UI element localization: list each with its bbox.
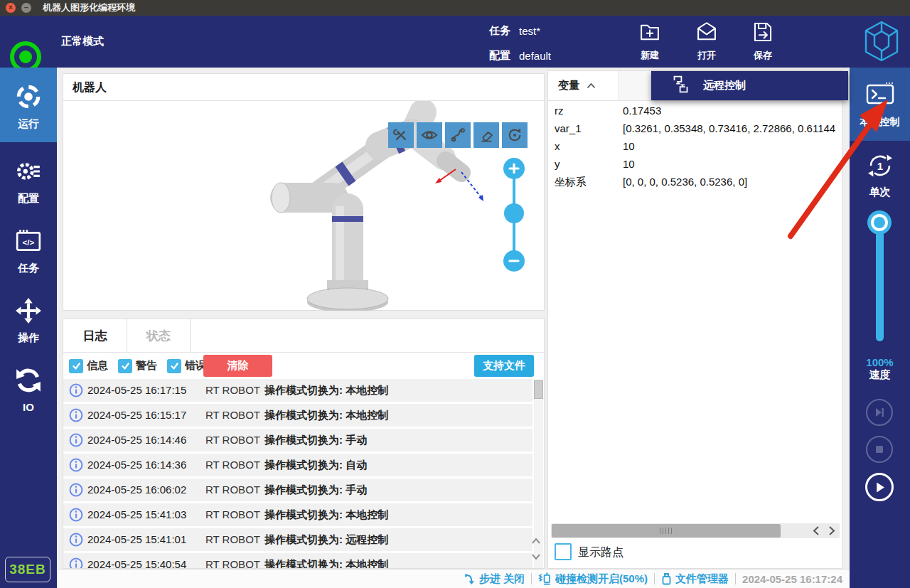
config-label: 配置	[489, 49, 510, 63]
warning-checkbox[interactable]	[118, 359, 132, 373]
log-message: 操作模式切换为: 本地控制	[264, 508, 388, 522]
log-row[interactable]: 2024-05-25 16:06:02 RT ROBOT 操作模式切换为: 手动	[63, 479, 532, 501]
log-row[interactable]: 2024-05-25 15:41:03 RT ROBOT 操作模式切换为: 本地…	[63, 503, 532, 526]
robot-3d-viewport[interactable]	[63, 101, 544, 311]
sidebar-item-jog[interactable]: 操作	[0, 282, 57, 353]
close-icon[interactable]: ×	[6, 3, 16, 13]
path-button[interactable]	[445, 122, 471, 148]
log-row[interactable]: 2024-05-25 15:40:54 RT ROBOT 操作模式切换为: 本地…	[63, 553, 532, 569]
sidebar-item-config[interactable]: 配置	[0, 142, 57, 213]
log-time: 2024-05-25 16:14:46	[87, 434, 186, 446]
view-button[interactable]	[417, 122, 442, 148]
log-time: 2024-05-25 15:40:54	[87, 558, 186, 569]
error-checkbox[interactable]	[167, 359, 181, 373]
variable-name: var_1	[555, 122, 582, 134]
variable-row[interactable]: 坐标系 [0, 0, 0, 0.5236, 0.5236, 0]	[548, 173, 842, 191]
speed-slider-track[interactable]	[876, 219, 884, 341]
skip-icon	[874, 407, 885, 418]
code-window-icon: </>	[15, 212, 42, 257]
warning-filter-label: 警告	[136, 359, 157, 373]
log-row[interactable]: 2024-05-25 16:15:17 RT ROBOT 操作模式切换为: 本地…	[63, 404, 532, 427]
left-sidebar: 运行 配置 </> 任务 操作 IO 38EB	[0, 68, 57, 588]
log-scroll-down-icon[interactable]	[530, 551, 542, 565]
variable-row[interactable]: x 10	[548, 138, 842, 156]
variable-row[interactable]: y 10	[548, 156, 842, 173]
window-titlebar: × − 机器人图形化编程环境	[0, 0, 910, 16]
collision-icon	[538, 572, 552, 585]
app-logo	[860, 18, 903, 67]
log-message: 操作模式切换为: 手动	[264, 434, 367, 447]
single-run-label: 单次	[869, 186, 891, 199]
tab-log[interactable]: 日志	[63, 319, 127, 352]
single-cycle-icon: 1	[866, 151, 894, 183]
log-source: RT ROBOT	[205, 459, 260, 471]
stop-button[interactable]	[866, 436, 893, 463]
log-row[interactable]: 2024-05-25 16:14:36 RT ROBOT 操作模式切换为: 自动	[63, 454, 532, 476]
log-message: 操作模式切换为: 手动	[264, 483, 367, 497]
right-sidebar: 本地控制 1 单次 100% 速度	[850, 68, 910, 588]
log-scrollbar-thumb[interactable]	[534, 380, 543, 399]
erase-button[interactable]	[473, 122, 499, 148]
sidebar-item-label: 操作	[18, 331, 39, 345]
variables-header-tab[interactable]: 变量	[548, 71, 619, 100]
tab-status[interactable]: 状态	[127, 319, 191, 352]
variable-row[interactable]: var_1 [0.3261, 0.35348, 0.73416, 2.72866…	[548, 120, 842, 138]
terminal-monitor-icon	[864, 82, 896, 113]
log-time: 2024-05-25 16:06:02	[87, 483, 186, 496]
clear-log-button[interactable]: 清除	[203, 355, 272, 377]
remote-control-menu-item[interactable]: 远程控制	[651, 71, 848, 100]
info-filter-label: 信息	[87, 359, 108, 373]
local-control-button[interactable]: 本地控制	[850, 68, 910, 141]
eraser-icon	[478, 127, 495, 144]
scroll-left-icon[interactable]	[811, 525, 823, 536]
show-waypoints-checkbox[interactable]	[555, 543, 572, 560]
info-icon	[69, 557, 83, 569]
plus-icon	[508, 163, 520, 174]
wrench-screwdriver-icon	[392, 127, 410, 144]
variable-row[interactable]: rz 0.17453	[548, 102, 842, 120]
log-list: 2024-05-25 16:17:15 RT ROBOT 操作模式切换为: 本地…	[63, 379, 532, 569]
h-scrollbar-thumb[interactable]	[552, 524, 781, 538]
sidebar-item-io[interactable]: IO	[0, 351, 57, 422]
zoom-slider-handle[interactable]	[504, 203, 524, 223]
log-row[interactable]: 2024-05-25 15:41:01 RT ROBOT 操作模式切换为: 远程…	[63, 528, 532, 551]
rotate-view-icon	[506, 127, 523, 144]
play-button[interactable]	[865, 473, 894, 501]
step-forward-button[interactable]	[866, 399, 893, 426]
log-source: RT ROBOT	[205, 483, 260, 496]
zoom-out-button[interactable]	[503, 250, 525, 272]
file-manager-button[interactable]: 文件管理器	[661, 572, 729, 586]
info-checkbox[interactable]	[69, 359, 83, 373]
save-button[interactable]: 保存	[742, 19, 783, 63]
file-manager-label: 文件管理器	[675, 572, 729, 586]
log-scroll-up-icon[interactable]	[530, 535, 542, 550]
minimize-icon[interactable]: −	[21, 3, 31, 13]
variable-name: x	[555, 140, 560, 152]
collision-indicator[interactable]: 碰撞检测开启(50%)	[538, 572, 648, 586]
scroll-right-icon[interactable]	[825, 525, 837, 536]
variable-value: 10	[623, 140, 836, 152]
sidebar-item-label: 配置	[18, 192, 39, 205]
save-icon	[751, 19, 775, 47]
variable-name: y	[555, 158, 560, 170]
step-arrow-icon	[464, 573, 476, 585]
single-run-button[interactable]: 1 单次	[850, 151, 910, 199]
open-button[interactable]: 打开	[686, 19, 727, 63]
log-panel: 日志 状态 信息 警告 错误 清除 支持文件 2024-05-25 16:17:…	[63, 319, 545, 569]
sidebar-item-task[interactable]: </> 任务	[0, 212, 57, 283]
support-file-button[interactable]: 支持文件	[474, 355, 534, 377]
reset-view-button[interactable]	[502, 122, 528, 148]
info-icon	[69, 408, 83, 424]
new-button[interactable]: 新建	[629, 19, 670, 63]
h-scrollbar-track[interactable]	[551, 523, 840, 538]
variable-value: [0, 0, 0, 0.5236, 0.5236, 0]	[623, 176, 836, 188]
tools-button[interactable]	[388, 122, 414, 148]
sidebar-item-run[interactable]: 运行	[0, 68, 57, 142]
viewport-toolbar	[388, 122, 528, 148]
log-row[interactable]: 2024-05-25 16:17:15 RT ROBOT 操作模式切换为: 本地…	[63, 379, 532, 402]
step-mode-indicator[interactable]: 步进 关闭	[464, 572, 525, 586]
speed-slider-handle[interactable]	[871, 214, 888, 231]
log-source: RT ROBOT	[205, 558, 260, 569]
log-row[interactable]: 2024-05-25 16:14:46 RT ROBOT 操作模式切换为: 手动	[63, 429, 532, 451]
io-cycle-icon	[15, 351, 42, 396]
